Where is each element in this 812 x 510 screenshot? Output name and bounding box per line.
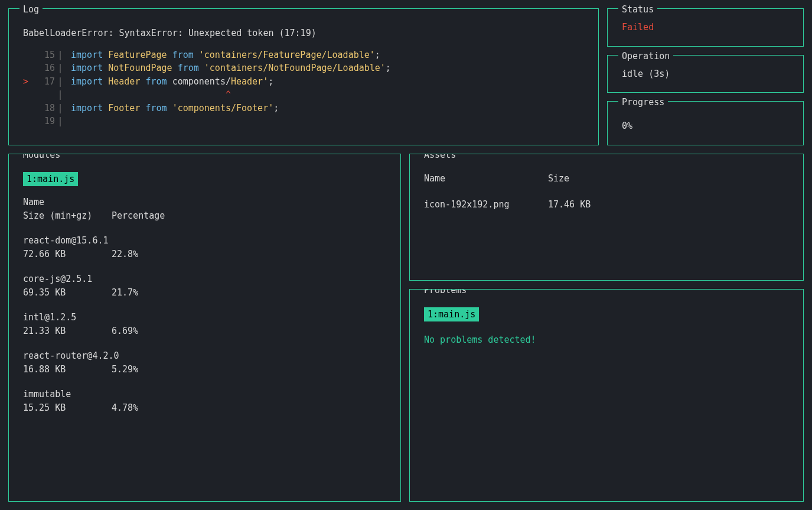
log-error-header: BabelLoaderError: SyntaxError: Unexpecte… [23,27,584,40]
gutter-line-number: 19 [34,115,55,128]
module-name: react-dom@15.6.1 [23,234,386,248]
module-row: immutable15.25 KB4.78% [23,388,386,414]
module-row: react-dom@15.6.172.66 KB22.8% [23,234,386,261]
status-title: Status [618,3,657,17]
modules-header-pct: Percentage [112,209,165,223]
error-caret: ^ [71,89,231,100]
module-size: 72.66 KB [23,248,112,261]
status-panel: Status Failed [607,8,804,47]
module-name: react-router@4.2.0 [23,349,386,363]
module-percentage: 4.78% [112,401,138,415]
modules-header-size: Size (min+gz) [23,209,112,223]
problems-tag[interactable]: 1:main.js [424,307,479,322]
code-line: 18| import Footer from 'components/Foote… [23,102,584,115]
log-code-block: 15| import FeaturePage from 'containers/… [23,48,584,128]
asset-size: 17.46 KB [548,198,591,212]
module-name: core-js@2.5.1 [23,272,386,286]
modules-tag[interactable]: 1:main.js [23,172,78,187]
operation-panel: Operation idle (3s) [607,55,804,93]
module-size: 21.33 KB [23,324,112,338]
module-row: core-js@2.5.169.35 KB21.7% [23,272,386,299]
gutter-pipe: | [55,61,66,75]
gutter-pipe: | [55,115,66,128]
code-line: 16| import NotFoundPage from 'containers… [23,61,584,75]
code-content: ^ [66,88,231,102]
code-content: import Footer from 'components/Footer'; [66,102,279,115]
code-line: >17| import Header from components/Heade… [23,75,584,89]
gutter-pipe: | [55,48,66,62]
module-size: 69.35 KB [23,286,112,300]
gutter-pipe: | [55,75,66,89]
gutter-line-number: 17 [34,75,55,89]
module-row: intl@1.2.521.33 KB6.69% [23,311,386,337]
gutter-line-number: 16 [34,61,55,75]
progress-value: 0% [622,119,789,133]
module-percentage: 5.29% [112,363,138,376]
code-content: import Header from components/Header'; [66,75,273,89]
assets-panel: Assets Name Size icon-192x192.png17.46 K… [409,154,804,281]
progress-panel: Progress 0% [607,101,804,145]
problems-message: No problems detected! [424,333,789,347]
assets-header-size: Size [548,172,569,186]
code-content: import FeaturePage from 'containers/Feat… [66,48,380,62]
asset-name: icon-192x192.png [424,198,548,212]
asset-row: icon-192x192.png17.46 KB [424,198,789,212]
gutter-error-marker: > [23,75,34,89]
operation-title: Operation [618,50,673,63]
code-line: | ^ [23,88,584,102]
operation-value: idle (3s) [622,67,789,81]
module-size: 16.88 KB [23,363,112,376]
assets-title: Assets [420,154,459,162]
log-panel: Log BabelLoaderError: SyntaxError: Unexp… [8,8,599,145]
gutter-line-number: 15 [34,48,55,62]
module-size: 15.25 KB [23,401,112,415]
gutter-pipe: | [55,88,66,102]
progress-title: Progress [618,96,668,109]
problems-title: Problems [420,289,470,297]
module-name: immutable [23,388,386,401]
modules-panel: Modules 1:main.js Name Size (min+gz) Per… [8,154,401,502]
modules-title: Modules [19,154,64,162]
code-line: 19| [23,115,584,128]
module-percentage: 21.7% [112,286,138,300]
status-value: Failed [622,21,789,34]
code-content [66,115,71,128]
modules-header-name: Name [23,196,386,209]
code-content: import NotFoundPage from 'containers/Not… [66,61,391,75]
module-percentage: 6.69% [112,324,138,338]
assets-header-name: Name [424,172,548,186]
log-title: Log [19,3,43,17]
module-name: intl@1.2.5 [23,311,386,324]
module-percentage: 22.8% [112,248,138,261]
gutter-pipe: | [55,102,66,115]
problems-panel: Problems 1:main.js No problems detected! [409,289,804,502]
module-row: react-router@4.2.016.88 KB5.29% [23,349,386,376]
gutter-line-number: 18 [34,102,55,115]
code-line: 15| import FeaturePage from 'containers/… [23,48,584,62]
